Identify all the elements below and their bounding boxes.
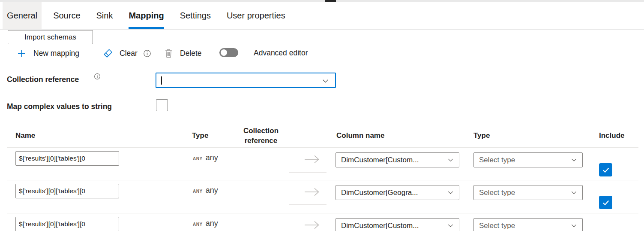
tab-mapping-label: Mapping (129, 11, 164, 21)
tab-source[interactable]: Source (49, 2, 84, 29)
type-cell: ANY any (193, 219, 218, 228)
header-collection-reference-line1: Collection (239, 126, 283, 136)
type-name: any (206, 153, 218, 162)
new-mapping-button[interactable]: New mapping (17, 47, 79, 59)
column-name-dropdown[interactable]: DimCustomer[Custom... (335, 152, 459, 167)
tab-sink[interactable]: Sink (92, 2, 117, 29)
trash-icon (164, 48, 173, 58)
tab-settings-label: Settings (180, 11, 211, 21)
type-select-dropdown[interactable]: Select type (473, 152, 583, 167)
type-cell: ANY any (193, 153, 218, 162)
chevron-down-icon (571, 189, 577, 196)
type-select-placeholder: Select type (479, 222, 568, 230)
include-checkbox[interactable] (599, 163, 612, 176)
name-input[interactable]: $['results'][0]['tables'][0 (15, 217, 119, 231)
table-row: $['results'][0]['tables'][0 ANY any DimC… (0, 213, 644, 231)
tab-mapping[interactable]: Mapping (124, 2, 168, 29)
eraser-icon (102, 47, 114, 59)
collection-reference-dash (289, 172, 326, 173)
type-abbr: ANY (193, 189, 203, 194)
chevron-down-icon (447, 157, 454, 163)
info-icon[interactable] (143, 49, 151, 58)
type-select-placeholder: Select type (479, 188, 568, 197)
map-complex-label: Map complex values to string (7, 102, 112, 111)
name-input[interactable]: $['results'][0]['tables'][0 (15, 151, 119, 166)
include-checkbox[interactable] (599, 196, 612, 209)
new-mapping-label: New mapping (33, 49, 79, 58)
collection-reference-dash (289, 204, 326, 205)
tab-general-label: General (7, 11, 37, 21)
plus-icon (17, 49, 26, 58)
header-column-name: Column name (336, 131, 384, 140)
type-select-placeholder: Select type (479, 156, 568, 164)
delete-button[interactable]: Delete (164, 46, 202, 60)
tab-settings[interactable]: Settings (176, 2, 215, 29)
name-value: $['results'][0]['tables'][0 (19, 187, 85, 195)
info-icon[interactable] (94, 73, 101, 80)
type-abbr: ANY (193, 156, 203, 161)
chevron-down-icon (447, 189, 454, 196)
column-name-value: DimCustomer[Geogra... (341, 188, 445, 197)
delete-label: Delete (180, 49, 202, 58)
header-type-2: Type (473, 131, 490, 140)
tab-sink-label: Sink (96, 11, 113, 21)
tab-general[interactable]: General (3, 2, 42, 29)
collection-reference-combobox[interactable] (156, 73, 336, 88)
header-include: Include (599, 131, 625, 140)
type-cell: ANY any (193, 186, 218, 195)
type-select-dropdown[interactable]: Select type (473, 218, 583, 231)
header-collection-reference-line2: reference (239, 136, 283, 146)
column-name-dropdown[interactable]: DimCustomer[Geogra... (335, 185, 459, 200)
type-abbr: ANY (193, 222, 203, 227)
clear-button[interactable]: Clear (102, 46, 151, 60)
chevron-down-icon (447, 222, 454, 229)
chevron-down-icon (571, 222, 577, 229)
check-icon (601, 198, 611, 207)
text-cursor (161, 76, 162, 85)
name-input[interactable]: $['results'][0]['tables'][0 (15, 184, 119, 198)
header-name: Name (15, 131, 35, 140)
tab-user-properties[interactable]: User properties (222, 2, 290, 29)
toggle-knob (221, 49, 227, 56)
map-complex-checkbox[interactable] (156, 99, 168, 111)
clear-label: Clear (120, 49, 138, 58)
column-name-dropdown[interactable]: DimCustomer[Custom... (335, 218, 459, 231)
tab-user-properties-label: User properties (227, 11, 285, 21)
header-type: Type (192, 131, 208, 140)
name-value: $['results'][0]['tables'][0 (19, 155, 85, 162)
column-name-value: DimCustomer[Custom... (341, 222, 445, 230)
header-collection-reference: Collection reference (239, 126, 283, 146)
chevron-down-icon[interactable] (322, 77, 329, 85)
arrow-right-icon (304, 153, 320, 166)
type-name: any (206, 219, 218, 228)
advanced-editor-toggle[interactable] (219, 48, 238, 57)
table-row: $['results'][0]['tables'][0 ANY any DimC… (0, 180, 644, 213)
column-name-value: DimCustomer[Custom... (341, 156, 445, 164)
advanced-editor-label: Advanced editor (254, 49, 308, 58)
collection-reference-label: Collection reference (7, 75, 79, 84)
check-icon (601, 165, 611, 175)
type-name: any (206, 186, 218, 195)
name-value: $['results'][0]['tables'][0 (19, 220, 85, 228)
import-schemas-button[interactable]: Import schemas (8, 30, 93, 44)
type-select-dropdown[interactable]: Select type (473, 185, 583, 200)
tab-bar: General Source Sink Mapping Settings Use… (0, 2, 644, 30)
arrow-right-icon (304, 219, 320, 231)
table-row: $['results'][0]['tables'][0 ANY any DimC… (0, 148, 644, 180)
tab-list: General Source Sink Mapping Settings Use… (3, 2, 290, 29)
tab-source-label: Source (53, 11, 80, 21)
chevron-down-icon (571, 157, 577, 163)
arrow-right-icon (304, 185, 320, 198)
